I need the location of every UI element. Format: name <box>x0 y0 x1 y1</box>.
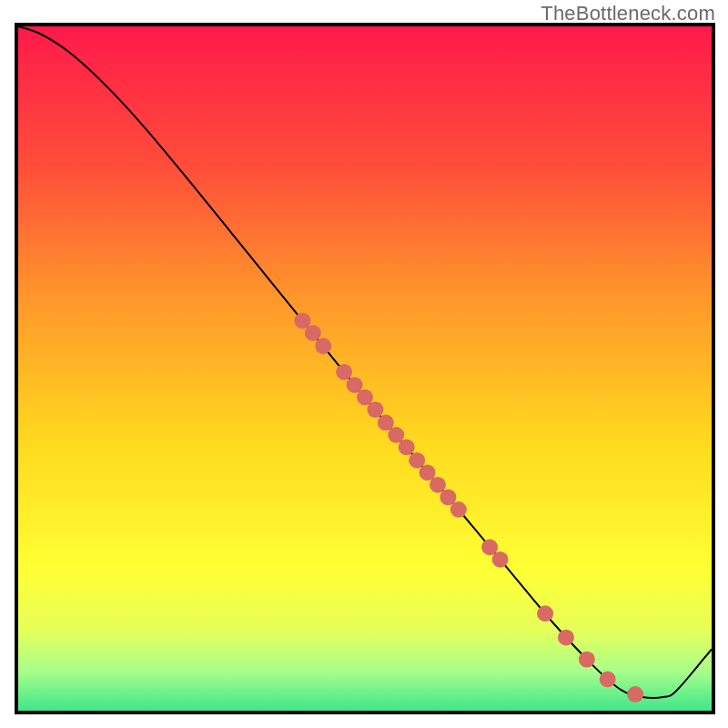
data-point <box>450 501 467 518</box>
data-point <box>294 312 310 329</box>
data-point <box>440 489 456 505</box>
data-point <box>347 377 363 393</box>
data-point <box>305 325 321 341</box>
data-point <box>420 464 436 480</box>
data-point <box>481 539 498 555</box>
data-point <box>367 401 383 418</box>
scatter-points <box>294 312 643 702</box>
data-point <box>627 686 643 703</box>
curve-layer <box>18 26 712 711</box>
data-point <box>336 364 352 380</box>
data-point <box>600 672 616 688</box>
data-point <box>388 427 404 443</box>
data-point <box>378 415 394 431</box>
data-point <box>579 652 595 668</box>
data-point <box>558 630 574 646</box>
chart-frame: TheBottleneck.com <box>0 0 728 728</box>
data-point <box>315 338 331 354</box>
data-point <box>399 440 415 456</box>
data-point <box>430 477 446 493</box>
data-point <box>537 605 553 622</box>
data-point <box>357 389 373 406</box>
data-point <box>409 452 425 469</box>
bottleneck-curve <box>18 26 712 698</box>
plot-area <box>15 23 715 714</box>
data-point <box>492 551 509 568</box>
